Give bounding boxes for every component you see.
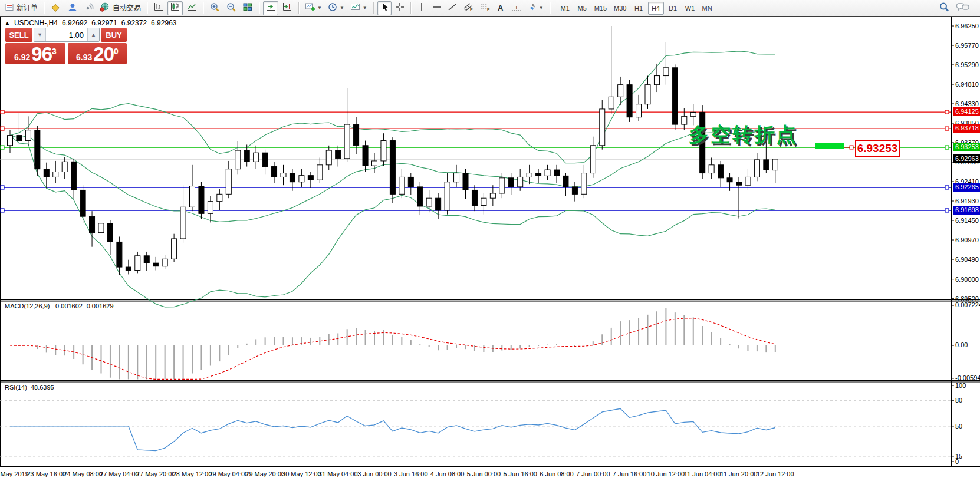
timeframe-w1-button[interactable]: W1 [682,2,698,15]
zoom-in-button[interactable] [207,1,222,15]
buy-price-display[interactable]: 6.93 20 0 [68,43,127,64]
horizontal-line-tool-button[interactable] [430,1,444,15]
rsi-value: 48.6395 [31,384,54,391]
vertical-line-tool-button[interactable] [415,1,429,15]
sell-price-pip: 3 [52,47,57,55]
time-axis-label: 29 May 04:00 [209,470,248,477]
rsi-axis-label: 100 [955,382,966,390]
toolbar-separator [147,2,147,14]
high-value: 6.92971 [91,19,117,27]
rsi-label: RSI(14) [5,384,27,391]
dropdown-arrow-icon: ▼ [539,5,544,11]
auto-scroll-button[interactable] [263,1,278,15]
auto-trading-button[interactable]: 自动交易 [97,1,143,15]
buy-button[interactable]: BUY [101,28,127,42]
time-axis[interactable]: 23 May 201923 May 16:0024 May 08:0027 Ma… [0,467,980,481]
time-axis-label: 23 May 2019 [0,470,29,477]
chart-canvas[interactable]: ▲ USDCNH-,H4 6.92692 6.92971 6.92372 6.9… [0,17,980,481]
macd-axis-label: 0.00 [955,341,968,349]
time-axis-label: 27 May 20:00 [136,470,176,477]
text-label-icon: T [511,2,522,14]
equidistant-channel-tool-button[interactable]: E [461,1,476,15]
cursor-tool-button[interactable] [377,1,392,15]
sell-price-display[interactable]: 6.92 96 3 [5,43,65,64]
timeframe-m15-button[interactable]: M15 [591,2,610,15]
trendline-tool-button[interactable] [445,1,459,15]
search-icon [939,2,950,14]
crosshair-icon [395,2,405,14]
timeframe-mn-button[interactable]: MN [699,2,715,15]
chat-button[interactable] [953,1,972,15]
price-tick-label: 6.90970 [955,236,979,244]
sell-price-small: 6.92 [14,51,30,64]
toolbar-separator [550,2,550,14]
line-chart-icon [186,2,197,14]
chart-shift-button[interactable] [279,1,295,15]
cursor-icon [380,2,389,14]
search-button[interactable] [936,1,952,15]
dropdown-arrow-icon: ▼ [317,5,322,11]
macd-label: MACD(12,26,9) [5,302,50,309]
toolbar-right-group [936,1,973,15]
time-axis-label: 3 Jun 00:00 [357,470,392,477]
level-price-label: 6.91698 [953,206,980,215]
buy-price-pip: 0 [114,47,119,55]
chart-svg [0,17,980,481]
equidistant-channel-icon: E [463,2,473,14]
price-tick-label: 6.94330 [955,100,979,108]
macd-pane-label: MACD(12,26,9) -0.001602 -0.001629 [5,302,114,309]
chat-icon [956,2,970,14]
dropdown-arrow-icon: ▼ [363,5,367,11]
new-order-label: 新订单 [17,3,38,13]
annotation-text[interactable]: 多空转折点 [689,121,798,149]
one-click-trading-panel: SELL ▼ ▲ BUY 6.92 96 3 6.93 20 0 [5,28,127,64]
level-price-label: 6.94125 [953,107,980,116]
arrows-tool-button[interactable]: ▼ [525,1,546,15]
indicators-button[interactable]: ▼ [302,1,324,15]
zoom-out-button[interactable] [223,1,239,15]
level-price-label: 6.93253 [953,143,980,151]
sell-button[interactable]: SELL [5,28,32,42]
toolbar-separator [44,2,44,14]
templates-icon [350,2,361,14]
mt4-window: 新订单 自动交易 [0,0,980,481]
time-axis-label: 4 Jun 08:00 [430,470,465,477]
time-axis-label: 11 Jun 20:00 [721,470,758,477]
zoom-in-icon [209,2,220,14]
vertical-line-icon [418,2,425,14]
timeframe-d1-button[interactable]: D1 [665,2,681,15]
timeframe-h4-button[interactable]: H4 [648,2,664,15]
candlestick-mode-button[interactable] [167,1,183,15]
rsi-axis-label: 0 [955,458,959,466]
annotation-price-box[interactable]: 6.93253 [855,140,900,157]
level-price-label: 6.93718 [953,124,980,133]
crosshair-tool-button[interactable] [393,1,407,15]
time-axis-label: 5 Jun 16:00 [503,470,537,477]
volume-input[interactable] [46,28,87,41]
volume-increase-button[interactable]: ▲ [87,28,99,41]
time-axis-label: 23 May 16:00 [27,470,66,477]
timeframe-h1-button[interactable]: H1 [631,2,647,15]
line-chart-mode-button[interactable] [184,1,199,15]
trendline-icon [448,3,457,13]
signals-button[interactable] [81,1,96,15]
text-label-tool-button[interactable]: T [509,1,524,15]
templates-button[interactable]: ▼ [348,1,370,15]
tile-windows-button[interactable] [240,1,255,15]
buy-price-small: 6.93 [76,51,92,64]
price-tick-label: 6.96250 [955,22,979,30]
timeframe-m30-button[interactable]: M30 [611,2,629,15]
text-tool-button[interactable]: A [494,1,508,15]
timeframe-m5-button[interactable]: M5 [574,2,590,15]
volume-decrease-button[interactable]: ▼ [34,28,46,41]
timeframe-m1-button[interactable]: M1 [557,2,573,15]
new-order-button[interactable]: 新订单 [3,1,40,15]
periods-button[interactable]: ▼ [325,1,347,15]
toolbar-separator [259,2,259,14]
bar-chart-mode-button[interactable] [151,1,166,15]
fibonacci-tool-button[interactable]: F [477,1,492,15]
ticket-button[interactable] [48,1,63,15]
community-button[interactable] [64,1,80,15]
sell-price-large: 96 [31,44,52,64]
price-tick-label: 6.91450 [955,216,979,225]
